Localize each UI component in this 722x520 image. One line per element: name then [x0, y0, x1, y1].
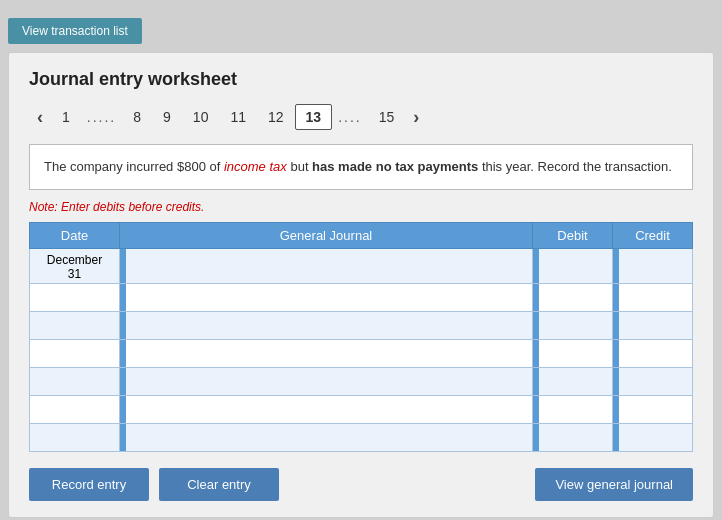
- journal-cell[interactable]: [120, 367, 533, 395]
- description-text-before: The company incurred $800 of: [44, 159, 224, 174]
- record-entry-button[interactable]: Record entry: [29, 468, 149, 501]
- col-header-date: Date: [30, 222, 120, 248]
- credit-input[interactable]: [619, 424, 692, 451]
- table-row: December 31: [30, 248, 693, 283]
- credit-cell[interactable]: [613, 339, 693, 367]
- date-cell: [30, 395, 120, 423]
- description-highlight-income: income tax: [224, 159, 287, 174]
- debit-input[interactable]: [539, 424, 612, 451]
- date-cell: [30, 283, 120, 311]
- note-text: Note: Enter debits before credits.: [29, 200, 693, 214]
- debit-input[interactable]: [539, 396, 612, 423]
- pagination: ‹ 1 ..... 8 9 10 11 12 13 .... 15 ›: [29, 104, 693, 130]
- credit-cell[interactable]: [613, 283, 693, 311]
- journal-cell[interactable]: [120, 311, 533, 339]
- dots-left: .....: [81, 105, 122, 129]
- credit-cell[interactable]: [613, 248, 693, 283]
- description-highlight-made: has made no tax payments: [312, 159, 478, 174]
- table-row: [30, 339, 693, 367]
- date-cell: [30, 367, 120, 395]
- journal-card: Journal entry worksheet ‹ 1 ..... 8 9 10…: [8, 52, 714, 518]
- credit-input[interactable]: [619, 340, 692, 367]
- credit-input[interactable]: [619, 396, 692, 423]
- page-11[interactable]: 11: [219, 104, 257, 130]
- credit-cell[interactable]: [613, 311, 693, 339]
- date-cell: [30, 311, 120, 339]
- debit-cell[interactable]: [533, 367, 613, 395]
- prev-page-button[interactable]: ‹: [29, 105, 51, 130]
- date-cell: [30, 339, 120, 367]
- date-cell: December 31: [30, 248, 120, 283]
- journal-input[interactable]: [126, 424, 532, 451]
- journal-cell[interactable]: [120, 423, 533, 451]
- journal-table: Date General Journal Debit Credit Decemb…: [29, 222, 693, 452]
- credit-input[interactable]: [619, 249, 692, 283]
- clear-entry-button[interactable]: Clear entry: [159, 468, 279, 501]
- table-row: [30, 395, 693, 423]
- credit-input[interactable]: [619, 284, 692, 311]
- journal-input[interactable]: [126, 368, 532, 395]
- page-title: Journal entry worksheet: [29, 69, 693, 90]
- journal-input[interactable]: [126, 249, 532, 283]
- view-general-journal-button[interactable]: View general journal: [535, 468, 693, 501]
- debit-input[interactable]: [539, 340, 612, 367]
- table-row: [30, 283, 693, 311]
- journal-cell[interactable]: [120, 339, 533, 367]
- journal-cell[interactable]: [120, 395, 533, 423]
- journal-input[interactable]: [126, 340, 532, 367]
- debit-cell[interactable]: [533, 248, 613, 283]
- debit-cell[interactable]: [533, 283, 613, 311]
- credit-input[interactable]: [619, 368, 692, 395]
- description-text-after: this year. Record the transaction.: [478, 159, 672, 174]
- journal-cell[interactable]: [120, 283, 533, 311]
- debit-input[interactable]: [539, 249, 612, 283]
- debit-input[interactable]: [539, 284, 612, 311]
- page-1[interactable]: 1: [51, 104, 81, 130]
- journal-input[interactable]: [126, 284, 532, 311]
- page-12[interactable]: 12: [257, 104, 295, 130]
- col-header-credit: Credit: [613, 222, 693, 248]
- credit-input[interactable]: [619, 312, 692, 339]
- debit-input[interactable]: [539, 368, 612, 395]
- journal-cell[interactable]: [120, 248, 533, 283]
- page-13[interactable]: 13: [295, 104, 333, 130]
- view-transaction-button[interactable]: View transaction list: [8, 18, 142, 44]
- credit-cell[interactable]: [613, 423, 693, 451]
- credit-cell[interactable]: [613, 367, 693, 395]
- table-row: [30, 311, 693, 339]
- dots-right: ....: [332, 105, 368, 129]
- next-page-button[interactable]: ›: [405, 105, 427, 130]
- page-8[interactable]: 8: [122, 104, 152, 130]
- page-15[interactable]: 15: [368, 104, 406, 130]
- credit-cell[interactable]: [613, 395, 693, 423]
- description-text-middle: but: [287, 159, 312, 174]
- journal-input[interactable]: [126, 312, 532, 339]
- journal-input[interactable]: [126, 396, 532, 423]
- col-header-debit: Debit: [533, 222, 613, 248]
- table-row: [30, 423, 693, 451]
- debit-cell[interactable]: [533, 423, 613, 451]
- page-wrapper: View transaction list Journal entry work…: [0, 10, 722, 520]
- table-row: [30, 367, 693, 395]
- description-box: The company incurred $800 of income tax …: [29, 144, 693, 190]
- page-9[interactable]: 9: [152, 104, 182, 130]
- date-cell: [30, 423, 120, 451]
- debit-input[interactable]: [539, 312, 612, 339]
- debit-cell[interactable]: [533, 395, 613, 423]
- debit-cell[interactable]: [533, 339, 613, 367]
- buttons-row: Record entry Clear entry View general jo…: [29, 468, 693, 501]
- debit-cell[interactable]: [533, 311, 613, 339]
- col-header-journal: General Journal: [120, 222, 533, 248]
- page-10[interactable]: 10: [182, 104, 220, 130]
